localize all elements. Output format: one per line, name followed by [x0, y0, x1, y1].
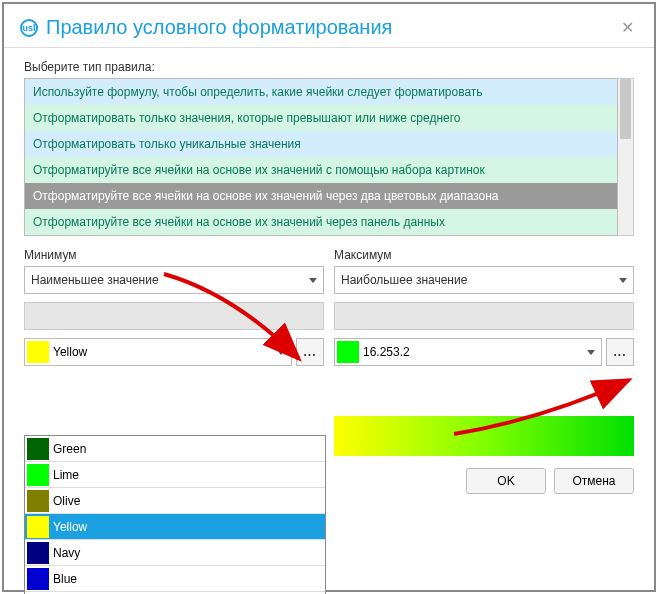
color-option-label: Lime	[53, 468, 79, 482]
min-value-input[interactable]	[24, 302, 324, 330]
color-swatch	[27, 542, 49, 564]
scrollbar-thumb[interactable]	[620, 79, 631, 139]
color-option-label: Olive	[53, 494, 80, 508]
max-type-value: Наибольшее значение	[341, 273, 619, 287]
color-option-yellow[interactable]: Yellow	[25, 514, 325, 540]
close-icon[interactable]: ✕	[617, 18, 638, 37]
max-color-select[interactable]: 16.253.2	[334, 338, 602, 366]
color-swatch	[27, 438, 49, 460]
color-option-olive[interactable]: Olive	[25, 488, 325, 514]
min-color-more-button[interactable]: ...	[296, 338, 324, 366]
color-swatch	[27, 516, 49, 538]
ok-button[interactable]: OK	[466, 468, 546, 494]
color-option-label: Yellow	[53, 520, 87, 534]
dialog-title: Правило условного форматирования	[46, 16, 617, 39]
color-swatch	[27, 464, 49, 486]
color-option-lime[interactable]: Lime	[25, 462, 325, 488]
color-swatch-yellow	[27, 341, 49, 363]
scrollbar[interactable]	[618, 78, 634, 236]
max-label: Максимум	[334, 248, 634, 262]
rule-type-label: Выберите тип правила:	[24, 60, 634, 74]
rule-type-list[interactable]: Используйте формулу, чтобы определить, к…	[24, 78, 618, 236]
rule-item[interactable]: Отформатировать только уникальные значен…	[25, 131, 617, 157]
rule-item[interactable]: Отформатируйте все ячейки на основе их з…	[25, 157, 617, 183]
min-color-select[interactable]: Yellow	[24, 338, 292, 366]
chevron-down-icon	[309, 278, 317, 283]
min-color-label: Yellow	[53, 345, 271, 359]
color-swatch	[27, 490, 49, 512]
cancel-button[interactable]: Отмена	[554, 468, 634, 494]
rule-item-selected[interactable]: Отформатируйте все ячейки на основе их з…	[25, 183, 617, 209]
color-option-label: Blue	[53, 572, 77, 586]
color-dropdown-panel[interactable]: Green Lime Olive Yellow Navy Blue Teal A…	[24, 435, 326, 594]
color-option-blue[interactable]: Blue	[25, 566, 325, 592]
min-type-value: Наименьшее значение	[31, 273, 309, 287]
color-swatch-lime	[337, 341, 359, 363]
color-option-navy[interactable]: Navy	[25, 540, 325, 566]
app-icon: usl	[20, 19, 38, 37]
rule-item[interactable]: Отформатируйте все ячейки на основе их з…	[25, 209, 617, 235]
chevron-down-icon	[619, 278, 627, 283]
max-color-label: 16.253.2	[363, 345, 581, 359]
color-swatch	[27, 568, 49, 590]
chevron-down-icon	[587, 350, 595, 355]
max-color-more-button[interactable]: ...	[606, 338, 634, 366]
rule-item[interactable]: Используйте формулу, чтобы определить, к…	[25, 79, 617, 105]
min-label: Минимум	[24, 248, 324, 262]
chevron-down-icon	[277, 350, 285, 355]
max-type-select[interactable]: Наибольшее значение	[334, 266, 634, 294]
color-option-label: Green	[53, 442, 86, 456]
min-type-select[interactable]: Наименьшее значение	[24, 266, 324, 294]
max-value-input[interactable]	[334, 302, 634, 330]
color-option-green[interactable]: Green	[25, 436, 325, 462]
gradient-preview	[334, 416, 634, 456]
color-option-label: Navy	[53, 546, 80, 560]
rule-item[interactable]: Отформатировать только значения, которые…	[25, 105, 617, 131]
